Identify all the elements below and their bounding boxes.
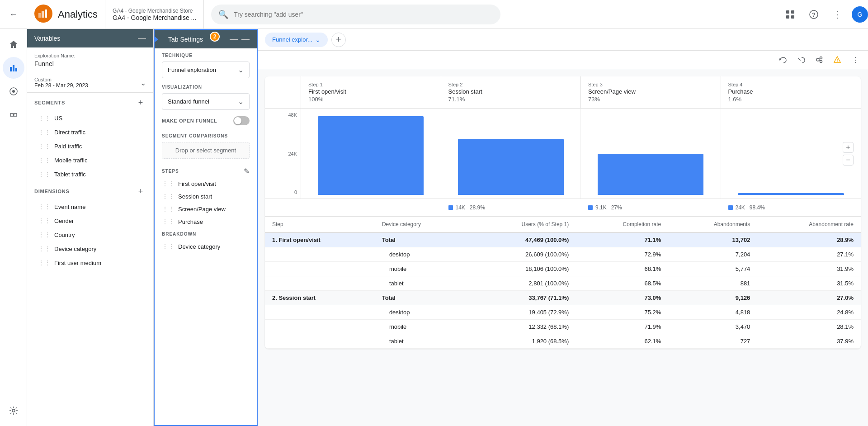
search-input[interactable]	[234, 11, 493, 18]
date-label: Custom	[34, 77, 88, 82]
drag-icon: ⋮⋮	[38, 217, 51, 224]
cell-users: 18,106 (100.0%)	[468, 262, 576, 276]
step-name-3: Screen/Page view	[588, 88, 713, 95]
cell-completion: 71.9%	[576, 320, 668, 334]
avatar[interactable]: G	[852, 6, 868, 23]
table-row[interactable]: tablet 1,920 (68.5%) 62.1% 727 37.9%	[265, 334, 861, 349]
segment-item-mobile[interactable]: ⋮⋮ Mobile traffic	[31, 153, 150, 167]
open-funnel-toggle[interactable]	[233, 116, 250, 125]
drop-segment-zone[interactable]: Drop or select segment	[162, 142, 250, 159]
funnel-bar-col-3[interactable]	[581, 109, 721, 199]
table-row[interactable]: mobile 12,332 (68.1%) 71.9% 3,470 28.1%	[265, 320, 861, 334]
cell-abandonment-rate: 28.9%	[757, 232, 861, 247]
svg-rect-9	[10, 67, 12, 71]
cell-abandonment-rate: 31.5%	[757, 276, 861, 291]
undo-button[interactable]	[776, 52, 790, 67]
step-item-first-open[interactable]: ⋮⋮ First open/visit	[155, 177, 257, 190]
segment-item-tablet[interactable]: ⋮⋮ Tablet traffic	[31, 167, 150, 181]
segment-label: Mobile traffic	[54, 157, 87, 164]
cell-step	[265, 262, 375, 276]
step-item-session-start[interactable]: ⋮⋮ Session start	[155, 190, 257, 203]
dimension-item-country[interactable]: ⋮⋮ Country	[31, 228, 150, 241]
app-title: Analytics	[58, 9, 98, 20]
table-row[interactable]: mobile 18,106 (100.0%) 68.1% 5,774 31.9%	[265, 262, 861, 276]
more-button[interactable]: ⋮	[828, 5, 846, 24]
funnel-step-header-1: Step 1 First open/visit 100%	[301, 76, 441, 108]
table-row[interactable]: desktop 26,609 (100.0%) 72.9% 7,204 27.1…	[265, 247, 861, 262]
tab-settings-minimize2[interactable]: —	[241, 34, 250, 44]
cell-completion: 75.2%	[576, 305, 668, 320]
svg-rect-0	[38, 13, 41, 18]
svg-rect-3	[786, 10, 789, 14]
step-item-purchase[interactable]: ⋮⋮ Purchase	[155, 215, 257, 228]
redo-button[interactable]	[794, 52, 808, 67]
add-tab-button[interactable]: +	[331, 33, 346, 47]
y-label-0: 0	[270, 189, 297, 195]
table-row[interactable]: tablet 2,801 (100.0%) 68.5% 881 31.5%	[265, 276, 861, 291]
share-button[interactable]	[812, 52, 826, 67]
technique-dropdown[interactable]: Funnel exploration ⌄	[162, 62, 250, 78]
left-nav	[0, 29, 27, 426]
table-row[interactable]: desktop 19,405 (72.9%) 75.2% 4,818 24.8%	[265, 305, 861, 320]
funnel-tab[interactable]: Funnel explor... ⌄	[265, 33, 328, 47]
search-area: 🔍	[204, 5, 781, 24]
table-row[interactable]: 1. First open/visit Total 47,469 (100.0%…	[265, 232, 861, 247]
variables-minimize[interactable]: —	[138, 33, 146, 43]
cell-step	[265, 334, 375, 349]
date-range-section[interactable]: Custom Feb 28 - Mar 29, 2023 ⌄	[27, 73, 153, 93]
svg-rect-11	[15, 68, 17, 71]
dimension-item-gender[interactable]: ⋮⋮ Gender	[31, 214, 150, 227]
dimension-item-event-name[interactable]: ⋮⋮ Event name	[31, 200, 150, 213]
nav-home[interactable]	[3, 33, 24, 55]
funnel-bar-col-1[interactable]	[301, 109, 441, 199]
cell-step	[265, 305, 375, 320]
drag-icon: ⋮⋮	[38, 231, 51, 238]
add-dimension-button[interactable]: +	[135, 186, 146, 197]
tab-settings-title: Tab Settings	[168, 36, 203, 43]
tab-settings-minimize[interactable]: —	[230, 34, 238, 43]
nav-advertising[interactable]	[3, 104, 24, 126]
step-pct-1: 100%	[308, 96, 434, 103]
back-button-area[interactable]: ←	[0, 5, 27, 23]
edit-steps-icon[interactable]: ✎	[244, 167, 250, 175]
funnel-bar-col-4[interactable]	[721, 109, 861, 199]
more-options-button[interactable]: ⋮	[848, 52, 863, 67]
cell-users: 12,332 (68.1%)	[468, 320, 576, 334]
back-icon[interactable]: ←	[9, 9, 18, 19]
segment-label: Paid traffic	[54, 143, 82, 150]
add-segment-button[interactable]: +	[135, 97, 146, 108]
visualization-dropdown[interactable]: Standard funnel ⌄	[162, 93, 250, 110]
variables-panel: Variables — Exploration Name: Funnel Cus…	[27, 29, 154, 426]
cell-step: 1. First open/visit	[265, 232, 375, 247]
segment-item-direct[interactable]: ⋮⋮ Direct traffic	[31, 125, 150, 139]
nav-explore[interactable]	[3, 80, 24, 102]
cell-users: 33,767 (71.1%)	[468, 291, 576, 305]
segment-item-us[interactable]: ⋮⋮ US	[31, 111, 150, 125]
cell-users: 19,405 (72.9%)	[468, 305, 576, 320]
warning-button[interactable]	[830, 52, 844, 67]
cell-completion: 68.1%	[576, 262, 668, 276]
nav-reports[interactable]	[3, 57, 24, 79]
date-chevron-icon[interactable]: ⌄	[140, 79, 146, 87]
open-funnel-toggle-row: MAKE OPEN FUNNEL	[155, 112, 257, 130]
table-row[interactable]: 2. Session start Total 33,767 (71.1%) 73…	[265, 291, 861, 305]
funnel-bar-col-2[interactable]	[441, 109, 581, 199]
exploration-name-section: Exploration Name: Funnel	[27, 47, 153, 73]
zoom-out-button[interactable]: −	[843, 155, 854, 166]
dimension-item-first-user-medium[interactable]: ⋮⋮ First user medium	[31, 256, 150, 270]
apps-button[interactable]	[781, 5, 799, 24]
help-button[interactable]: ?	[805, 5, 823, 24]
abandonment-dot-2	[448, 205, 453, 210]
home-icon	[9, 40, 18, 49]
app-title-block: Analytics	[58, 9, 98, 20]
funnel-bar-3	[598, 154, 703, 195]
svg-rect-1	[42, 11, 44, 18]
drag-icon: ⋮⋮	[38, 203, 51, 210]
nav-settings[interactable]	[3, 400, 24, 421]
apps-icon	[786, 10, 795, 19]
dimension-item-device-category[interactable]: ⋮⋮ Device category	[31, 242, 150, 256]
segment-item-paid[interactable]: ⋮⋮ Paid traffic	[31, 139, 150, 153]
step-item-screen-page[interactable]: ⋮⋮ Screen/Page view	[155, 203, 257, 215]
breakdown-device-category[interactable]: ⋮⋮ Device category	[162, 240, 250, 253]
zoom-in-button[interactable]: +	[843, 142, 854, 153]
